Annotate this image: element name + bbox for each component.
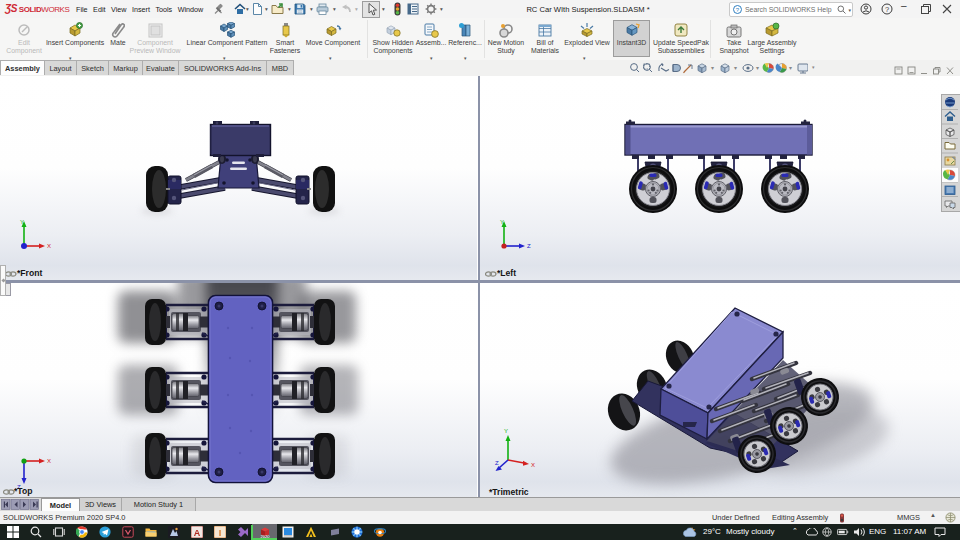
svg-text:?: ? bbox=[736, 7, 740, 13]
svg-text:2020: 2020 bbox=[261, 534, 271, 539]
svg-text:Z: Z bbox=[495, 460, 499, 466]
svg-text:▾: ▾ bbox=[789, 65, 792, 71]
svg-text:X: X bbox=[47, 243, 51, 249]
svg-text:Y: Y bbox=[504, 428, 508, 434]
svg-text:Z: Z bbox=[527, 243, 531, 249]
svg-text:?: ? bbox=[885, 5, 889, 14]
svg-text:▾: ▾ bbox=[756, 65, 759, 71]
svg-text:X: X bbox=[47, 458, 51, 464]
svg-text:Y: Y bbox=[500, 219, 504, 225]
svg-text:I: I bbox=[219, 528, 222, 538]
svg-text:Y: Y bbox=[20, 219, 24, 225]
svg-text:X: X bbox=[531, 462, 535, 468]
svg-text:A: A bbox=[194, 528, 201, 538]
svg-text:▾: ▾ bbox=[734, 65, 737, 71]
svg-text:▾: ▾ bbox=[711, 65, 714, 71]
